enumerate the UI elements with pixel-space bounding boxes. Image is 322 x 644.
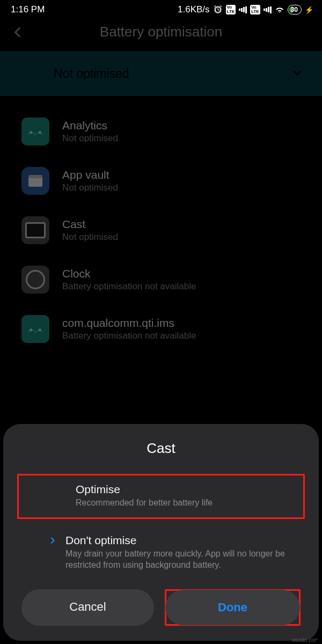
list-item[interactable]: Clock Battery optimisation not available xyxy=(0,255,322,304)
option-title: Optimise xyxy=(76,483,287,496)
done-button[interactable]: Done xyxy=(165,590,300,625)
app-status: Battery optimisation not available xyxy=(62,281,196,292)
options-sheet: Cast Optimise Recommended for better bat… xyxy=(3,424,319,641)
signal-icon-2 xyxy=(264,6,272,13)
app-name: App vault xyxy=(62,169,118,181)
volte-icon-1: VoLTE xyxy=(226,5,236,14)
battery-icon: 30 xyxy=(288,5,302,14)
option-desc: Recommended for better battery life xyxy=(76,497,287,509)
app-list: Analytics Not optimised App vault Not op… xyxy=(0,96,322,364)
data-rate: 1.6KB/s xyxy=(178,4,210,15)
watermark: wsxdn.com xyxy=(292,637,319,643)
option-optimise[interactable]: Optimise Recommended for better battery … xyxy=(17,474,305,519)
alarm-icon xyxy=(213,5,223,14)
filter-dropdown[interactable]: Not optimised xyxy=(0,51,322,96)
list-item[interactable]: com.qualcomm.qti.ims Battery optimisatio… xyxy=(0,304,322,354)
app-name: Cast xyxy=(62,218,118,231)
chevron-right-icon xyxy=(48,536,57,547)
app-icon-analytics xyxy=(21,118,49,145)
status-bar: 1:16 PM 1.6KB/s VoLTE VoLTE 30 ⚡ xyxy=(0,0,322,17)
header: Battery optimisation xyxy=(0,17,322,51)
sheet-buttons: Cancel Done xyxy=(9,580,313,629)
status-time: 1:16 PM xyxy=(11,4,45,15)
filter-selected: Not optimised xyxy=(54,67,129,81)
app-name: Analytics xyxy=(62,119,118,132)
list-item[interactable]: Analytics Not optimised xyxy=(0,107,322,156)
app-name: com.qualcomm.qti.ims xyxy=(62,317,196,330)
option-dont-optimise[interactable]: Don't optimise May drain your battery mo… xyxy=(9,526,313,580)
option-title: Don't optimise xyxy=(65,534,297,547)
app-icon-qti xyxy=(21,315,49,343)
wifi-icon xyxy=(275,5,284,14)
battery-percent: 30 xyxy=(290,6,298,13)
charging-icon: ⚡ xyxy=(305,6,313,14)
app-icon-cast xyxy=(21,216,49,244)
app-icon-appvault xyxy=(21,167,49,195)
done-button-highlight: Done xyxy=(165,589,301,626)
option-desc: May drain your battery more quickly. App… xyxy=(65,548,297,571)
back-button[interactable] xyxy=(9,25,28,39)
app-status: Not optimised xyxy=(62,182,118,193)
list-item[interactable]: Cast Not optimised xyxy=(0,206,322,255)
app-status: Not optimised xyxy=(62,133,118,144)
cancel-button[interactable]: Cancel xyxy=(21,589,154,626)
status-right: 1.6KB/s VoLTE VoLTE 30 ⚡ xyxy=(178,4,313,15)
signal-icon-1 xyxy=(239,6,247,13)
app-status: Not optimised xyxy=(62,232,118,243)
list-item[interactable]: App vault Not optimised xyxy=(0,156,322,206)
volte-icon-2: VoLTE xyxy=(250,5,260,14)
app-name: Clock xyxy=(62,267,196,280)
app-icon-clock xyxy=(21,266,49,294)
app-status: Battery optimisation not available xyxy=(62,331,196,341)
sheet-title: Cast xyxy=(9,440,313,457)
page-title: Battery optimisation xyxy=(28,24,294,40)
chevron-down-icon xyxy=(291,66,304,81)
